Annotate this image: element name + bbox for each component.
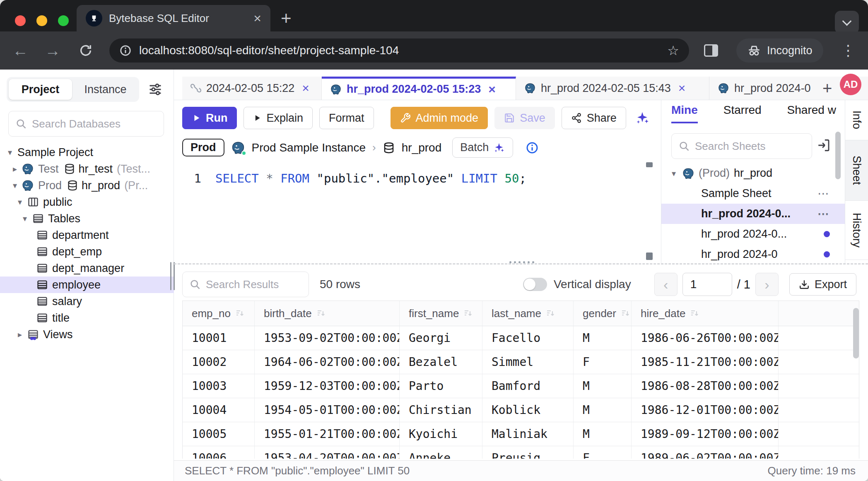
admin-mode-button[interactable]: Admin mode <box>391 107 488 129</box>
user-avatar[interactable]: AD <box>840 74 861 95</box>
close-worksheet-icon[interactable]: × <box>302 81 309 95</box>
sheet-item-unsaved-2[interactable]: hr_prod 2024-0 <box>661 244 845 263</box>
cell-first-name[interactable]: Anneke <box>400 446 482 459</box>
info-icon[interactable] <box>526 141 539 154</box>
sheet-group-hr-prod[interactable]: ▾ (Prod) hr_prod <box>661 163 845 183</box>
prev-page-button[interactable]: ‹ <box>654 273 678 296</box>
address-bar[interactable]: localhost:8080/sql-editor/sheet/project-… <box>109 38 689 63</box>
filter-settings-icon[interactable] <box>148 82 163 97</box>
bookmark-star-icon[interactable]: ☆ <box>667 43 679 58</box>
cell-gender[interactable]: M <box>574 398 632 422</box>
column-header-hire-date[interactable]: hire_date <box>632 301 779 326</box>
cell-hire-date[interactable]: 1986-12-01T00:00:00Z <box>632 398 779 422</box>
cell-last-name[interactable]: Bamford <box>482 374 574 398</box>
panel-resize-handle[interactable] <box>174 263 868 268</box>
ai-sparkle-icon[interactable] <box>634 110 650 126</box>
table-row-clipped[interactable]: 10006 1953-04-20T00:00:00Z Anneke Preusi… <box>183 446 859 459</box>
page-number-input[interactable] <box>682 273 732 296</box>
new-worksheet-button[interactable]: + <box>816 77 839 100</box>
forward-button[interactable]: → <box>45 42 60 60</box>
cell-birth-date[interactable]: 1955-01-21T00:00:00Z <box>255 422 400 446</box>
worksheet-tab-1[interactable]: 2024-02-05 15:22 × <box>182 77 322 100</box>
tree-item-table-title[interactable]: title <box>0 310 174 326</box>
zoom-window-button[interactable] <box>58 15 69 26</box>
cell-first-name[interactable]: Bezalel <box>400 350 482 374</box>
tab-info[interactable]: Info <box>845 100 868 140</box>
caret-down-icon[interactable]: ▾ <box>21 214 29 224</box>
tree-item-hr-test[interactable]: ▸ Test hr_test (Test... <box>0 161 174 177</box>
cell-first-name[interactable]: Kyoichi <box>400 422 482 446</box>
tab-shared[interactable]: Shared w <box>787 103 836 123</box>
back-button[interactable]: ← <box>12 42 28 60</box>
export-button[interactable]: Export <box>789 273 856 296</box>
sort-icon[interactable] <box>235 308 245 318</box>
tree-item-views-group[interactable]: ▸ Views <box>0 326 174 343</box>
tab-sheet[interactable]: Sheet <box>845 140 868 201</box>
tree-item-schema-public[interactable]: ▾ public <box>0 194 174 210</box>
cell-emp-no[interactable]: 10003 <box>183 374 255 398</box>
instance-name[interactable]: Prod Sample Instance <box>252 141 366 154</box>
column-header-last-name[interactable]: last_name <box>482 301 574 326</box>
browser-menu-button[interactable]: ⋮ <box>841 42 856 59</box>
worksheet-tab-4[interactable]: hr_prod 2024-0 <box>709 77 816 100</box>
site-info-icon[interactable] <box>119 44 132 57</box>
database-name[interactable]: hr_prod <box>402 141 442 154</box>
cell-last-name[interactable]: Preusig <box>482 446 574 459</box>
tree-item-table-department[interactable]: department <box>0 227 174 243</box>
sheet-item-unsaved-1[interactable]: hr_prod 2024-0... <box>661 224 845 244</box>
sort-icon[interactable] <box>316 308 326 318</box>
batch-button[interactable]: Batch <box>452 137 513 158</box>
next-page-button[interactable]: › <box>755 273 779 296</box>
cell-gender[interactable]: M <box>574 326 632 350</box>
tab-starred[interactable]: Starred <box>723 103 762 123</box>
cell-gender[interactable]: F <box>574 350 632 374</box>
url-text[interactable]: localhost:8080/sql-editor/sheet/project-… <box>139 44 660 57</box>
run-button[interactable]: Run <box>182 107 237 129</box>
sort-icon[interactable] <box>545 308 555 318</box>
sort-icon[interactable] <box>463 308 473 318</box>
cell-emp-no[interactable]: 10006 <box>183 446 255 459</box>
tree-item-table-dept-manager[interactable]: dept_manager <box>0 260 174 277</box>
cell-gender[interactable]: M <box>574 374 632 398</box>
column-header-emp-no[interactable]: emp_no <box>183 301 255 326</box>
cell-gender[interactable]: F <box>574 446 632 459</box>
tree-item-project[interactable]: ▾ Sample Project <box>0 144 174 161</box>
tree-item-tables-group[interactable]: ▾ Tables <box>0 210 174 227</box>
close-tab-icon[interactable]: × <box>253 12 261 25</box>
cell-birth-date[interactable]: 1954-05-01T00:00:00Z <box>255 398 400 422</box>
sheet-list-scrollbar[interactable] <box>835 132 841 179</box>
database-search-input[interactable] <box>32 118 157 130</box>
table-row[interactable]: 10002 1964-06-02T00:00:00Z Bezalel Simme… <box>183 350 859 374</box>
cell-last-name[interactable]: Simmel <box>482 350 574 374</box>
reload-button[interactable] <box>79 43 93 58</box>
sort-icon[interactable] <box>620 308 630 318</box>
tab-mine[interactable]: Mine <box>671 103 698 123</box>
share-button[interactable]: Share <box>562 107 626 129</box>
sql-code-area[interactable]: 1 SELECT * FROM "public"."employee" LIMI… <box>182 166 661 263</box>
table-row[interactable]: 10001 1953-09-02T00:00:00Z Georgi Facell… <box>183 326 859 350</box>
cell-hire-date[interactable]: 1989-09-12T00:00:00Z <box>632 422 779 446</box>
table-row[interactable]: 10004 1954-05-01T00:00:00Z Chirstian Kob… <box>183 398 859 422</box>
caret-down-icon[interactable]: ▾ <box>11 180 19 190</box>
worksheet-tab-2-active[interactable]: hr_prod 2024-02-05 15:23 × <box>322 77 516 100</box>
sheet-menu-icon[interactable]: ⋯ <box>817 207 830 221</box>
sheet-item-sample[interactable]: Sample Sheet ⋯ <box>661 183 845 204</box>
cell-emp-no[interactable]: 10004 <box>183 398 255 422</box>
cell-hire-date[interactable]: 1985-11-21T00:00:00Z <box>632 350 779 374</box>
format-button[interactable]: Format <box>319 107 374 129</box>
tab-search-button[interactable] <box>835 11 859 34</box>
close-worksheet-icon[interactable]: × <box>488 82 496 96</box>
cell-birth-date[interactable]: 1953-04-20T00:00:00Z <box>255 446 400 459</box>
cell-hire-date[interactable]: 1986-06-26T00:00:00Z <box>632 326 779 350</box>
cell-hire-date[interactable]: 1986-08-28T00:00:00Z <box>632 374 779 398</box>
caret-down-icon[interactable]: ▾ <box>6 147 14 157</box>
browser-tab[interactable]: Bytebase SQL Editor × <box>77 5 270 31</box>
cell-last-name[interactable]: Facello <box>482 326 574 350</box>
side-panel-icon[interactable] <box>704 44 718 57</box>
cell-birth-date[interactable]: 1953-09-02T00:00:00Z <box>255 326 400 350</box>
tab-project[interactable]: Project <box>9 79 72 100</box>
tree-item-hr-prod[interactable]: ▾ Prod hr_prod (Pr... <box>0 177 174 194</box>
caret-right-icon[interactable]: ▸ <box>16 329 24 339</box>
cell-emp-no[interactable]: 10002 <box>183 350 255 374</box>
cell-first-name[interactable]: Parto <box>400 374 482 398</box>
